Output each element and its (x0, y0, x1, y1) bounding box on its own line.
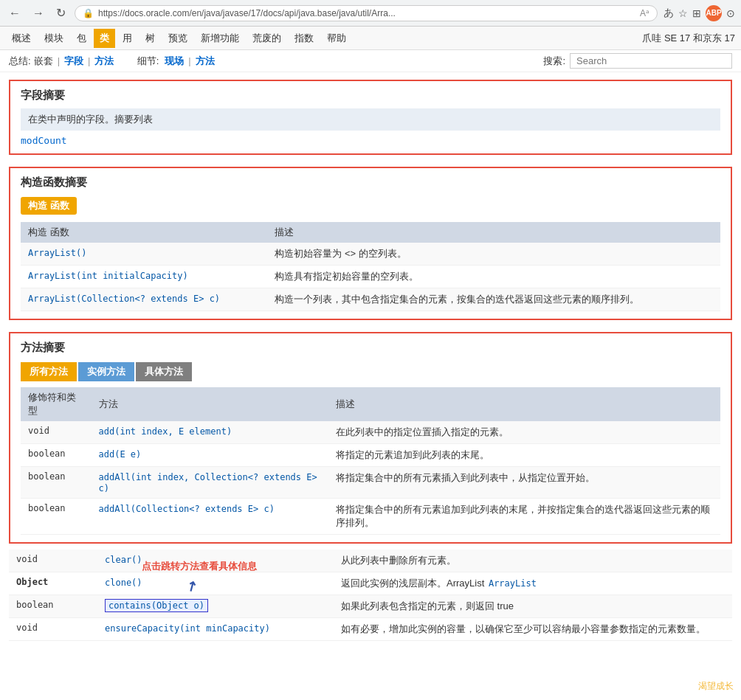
method-desc-3: 将指定集合中的所有元素追加到此列表的末尾，并按指定集合的迭代器返回这些元素的顺序… (328, 499, 720, 535)
nav-deprecated[interactable]: 荒废的 (247, 29, 287, 48)
table-row: boolean addAll(int index, Collection<? e… (21, 467, 720, 499)
table-row: boolean contains(Object o) 如果此列表包含指定的元素，… (9, 595, 732, 618)
nav-index[interactable]: 指数 (289, 29, 320, 48)
field-summary-section: 字段摘要 在类中声明的字段。摘要列表 modCount (9, 80, 732, 155)
summary-bar: 总结: 嵌套 | 字段 | 方法 细节: 现场 | 方法 搜索: (0, 50, 741, 72)
method-summary-section: 方法摘要 所有方法 实例方法 具体方法 修饰符和类型 方法 描述 void ad… (9, 332, 732, 544)
method-desc-1: 将指定的元素追加到此列表的末尾。 (328, 444, 720, 467)
constructor-desc-1: 构造具有指定初始容量的空列表。 (267, 266, 720, 288)
modifier-6: boolean (9, 595, 97, 618)
modifier-4: void (9, 550, 97, 572)
table-row: Object clone() 返回此实例的浅层副本。ArrayList Arra… (9, 572, 732, 595)
modifier-0: void (21, 421, 92, 444)
method-link-6[interactable]: contains(Object o) (105, 599, 208, 612)
nav-new[interactable]: 新增功能 (195, 29, 245, 48)
nav-class[interactable]: 类 (94, 29, 115, 48)
modifier-3: boolean (21, 499, 92, 535)
field-summary-title: 字段摘要 (21, 89, 720, 103)
nav-overview[interactable]: 概述 (6, 29, 37, 48)
nav-use[interactable]: 用 (117, 29, 138, 48)
refresh-button[interactable]: ↻ (53, 4, 69, 21)
table-row: boolean add(E e) 将指定的元素追加到此列表的末尾。 (21, 444, 720, 467)
method-desc-2: 将指定集合中的所有元素插入到此列表中，从指定位置开始。 (328, 467, 720, 499)
method-summary-title: 方法摘要 (21, 341, 720, 355)
methods-tabs: 所有方法 实例方法 具体方法 (21, 362, 720, 381)
method-table-continued: void clear() 从此列表中删除所有元素。 Object clone()… (9, 550, 732, 641)
translate-icon[interactable]: あ (664, 7, 674, 20)
method-link-3[interactable]: addAll(Collection<? extends E> c) (99, 504, 275, 514)
method-link-0[interactable]: add(int index, E element) (99, 426, 232, 437)
table-row: boolean addAll(Collection<? extends E> c… (21, 499, 720, 535)
nav-module[interactable]: 模块 (38, 29, 69, 48)
constructor-desc-2: 构造一个列表，其中包含指定集合的元素，按集合的迭代器返回这些元素的顺序排列。 (267, 288, 720, 311)
tab-instance-methods[interactable]: 实例方法 (78, 362, 134, 381)
collection-icon[interactable]: ⊞ (692, 7, 701, 19)
modifier-1: boolean (21, 444, 92, 467)
modifier-2: boolean (21, 467, 92, 499)
method-modifier-header: 修饰符和类型 (21, 387, 92, 421)
detail-method-link[interactable]: 方法 (196, 55, 215, 68)
method-link-4[interactable]: clear() (105, 555, 142, 565)
method-desc-0: 在此列表中的指定位置插入指定的元素。 (328, 421, 720, 444)
search-area: 搜索: (543, 53, 732, 69)
method-desc-header: 描述 (328, 387, 720, 421)
modifier-5: Object (9, 572, 97, 595)
reader-icon: Aᵃ (640, 8, 649, 18)
browser-chrome: ← → ↻ 🔒 https://docs.oracle.com/en/java/… (0, 0, 741, 27)
browser-icons: あ ☆ ⊞ ABP ⊙ (664, 5, 735, 21)
constructor-link-1[interactable]: ArrayList(int initialCapacity) (28, 271, 188, 281)
table-row: ArrayList(Collection<? extends E> c) 构造一… (21, 288, 720, 311)
nav-tree[interactable]: 树 (139, 29, 161, 48)
field-summary-desc: 在类中声明的字段。摘要列表 (21, 108, 720, 131)
method-desc-5: 返回此实例的浅层副本。ArrayList ArrayList (334, 572, 732, 595)
tab-all-methods[interactable]: 所有方法 (21, 362, 77, 381)
table-row: ArrayList() 构造初始容量为 <> 的空列表。 (21, 243, 720, 266)
nav-bar: 概述 模块 包 类 用 树 预览 新增功能 荒废的 指数 帮助 爪哇 SE 17… (0, 27, 741, 50)
constructor-link-0[interactable]: ArrayList() (28, 248, 86, 258)
url-text: https://docs.oracle.com/en/java/javase/1… (98, 8, 635, 18)
summary-method-link[interactable]: 方法 (94, 55, 114, 68)
nav-help[interactable]: 帮助 (321, 29, 352, 48)
method-link-7[interactable]: ensureCapacity(int minCapacity) (105, 623, 270, 634)
method-desc-7: 如有必要，增加此实例的容量，以确保它至少可以容纳最小容量参数指定的元素数量。 (334, 618, 732, 641)
nav-package[interactable]: 包 (71, 29, 92, 48)
arraylist-link[interactable]: ArrayList (489, 578, 537, 589)
nav-preview[interactable]: 预览 (162, 29, 193, 48)
star-icon[interactable]: ☆ (678, 7, 688, 19)
forward-button[interactable]: → (30, 5, 47, 21)
table-row: void ensureCapacity(int minCapacity) 如有必… (9, 618, 732, 641)
summary-nested-link[interactable]: 嵌套 (34, 55, 53, 68)
detail-field-link[interactable]: 现场 (165, 55, 184, 68)
search-label: 搜索: (543, 55, 565, 68)
nav-links: 概述 模块 包 类 用 树 预览 新增功能 荒废的 指数 帮助 (6, 29, 352, 48)
constructor-summary-section: 构造函数摘要 构造 函数 构造 函数 描述 ArrayList() 构造初始容量… (9, 167, 732, 320)
table-row: void add(int index, E element) 在此列表中的指定位… (21, 421, 720, 444)
method-table: 修饰符和类型 方法 描述 void add(int index, E eleme… (21, 387, 720, 535)
field-link[interactable]: modCount (21, 135, 67, 146)
search-input[interactable] (570, 53, 732, 69)
method-desc-4: 从此列表中删除所有元素。 (334, 550, 732, 572)
total-label: 总结: (9, 55, 31, 68)
modifier-7: void (9, 618, 97, 641)
constructor-table: 构造 函数 描述 ArrayList() 构造初始容量为 <> 的空列表。 Ar… (21, 222, 720, 311)
table-row: ArrayList(int initialCapacity) 构造具有指定初始容… (21, 266, 720, 288)
main-content: 字段摘要 在类中声明的字段。摘要列表 modCount 构造函数摘要 构造 函数… (0, 72, 741, 648)
method-link-2[interactable]: addAll(int index, Collection<? extends E… (99, 472, 317, 493)
method-link-5[interactable]: clone() (105, 578, 142, 588)
constructor-summary-title: 构造函数摘要 (21, 176, 720, 190)
url-bar[interactable]: 🔒 https://docs.oracle.com/en/java/javase… (75, 5, 658, 21)
constructor-col-header: 构造 函数 (21, 222, 267, 243)
profile-icon[interactable]: ⊙ (726, 7, 735, 19)
constructor-desc-header: 描述 (267, 222, 720, 243)
constructor-tag[interactable]: 构造 函数 (21, 197, 77, 215)
nav-brand: 爪哇 SE 17 和京东 17 (642, 32, 735, 45)
method-link-1[interactable]: add(E e) (99, 449, 142, 460)
lock-icon: 🔒 (83, 8, 94, 18)
tab-concrete-methods[interactable]: 具体方法 (136, 362, 192, 381)
summary-field-link[interactable]: 字段 (64, 55, 83, 68)
adblock-icon[interactable]: ABP (706, 5, 722, 21)
back-button[interactable]: ← (6, 5, 24, 21)
constructor-link-2[interactable]: ArrayList(Collection<? extends E> c) (28, 294, 220, 304)
constructor-desc-0: 构造初始容量为 <> 的空列表。 (267, 243, 720, 266)
detail-label: 细节: (137, 55, 159, 68)
